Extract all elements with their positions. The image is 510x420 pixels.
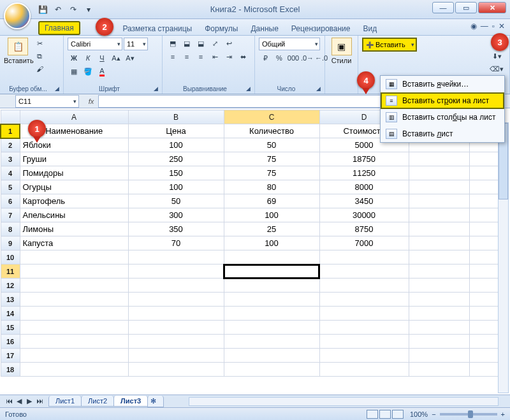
cell[interactable]: 100	[128, 180, 224, 194]
merge-icon[interactable]: ⬌	[237, 51, 249, 62]
cell[interactable]: Лимоны	[20, 222, 128, 236]
redo-icon[interactable]: ↷	[66, 3, 80, 17]
fx-icon[interactable]: fx	[84, 98, 98, 105]
cell[interactable]	[224, 363, 319, 377]
row-header[interactable]: 7	[1, 208, 20, 222]
undo-icon[interactable]: ↶	[51, 3, 65, 17]
cell[interactable]	[469, 293, 498, 307]
cell[interactable]: Капуста	[20, 236, 128, 250]
cell[interactable]	[469, 180, 498, 194]
cut-icon[interactable]: ✂	[33, 38, 46, 49]
close-workbook-icon[interactable]: ✕	[499, 22, 505, 31]
row-header[interactable]: 5	[1, 180, 20, 194]
zoom-slider[interactable]	[440, 413, 497, 416]
cell[interactable]	[409, 321, 469, 335]
cell[interactable]	[469, 208, 498, 222]
cell[interactable]	[469, 166, 498, 180]
tab-page-layout[interactable]: Разметка страницы	[116, 22, 198, 35]
comma-icon[interactable]: 000	[287, 52, 300, 64]
font-color-icon[interactable]: A	[96, 66, 108, 77]
cell[interactable]: 150	[128, 166, 224, 180]
inc-decimal-icon[interactable]: .0→	[301, 52, 314, 64]
cell[interactable]: 30000	[319, 208, 409, 222]
cell[interactable]	[20, 307, 128, 321]
cell[interactable]	[319, 307, 409, 321]
cell[interactable]	[409, 363, 469, 377]
cell[interactable]: 100	[224, 236, 319, 250]
cell[interactable]	[409, 250, 469, 264]
italic-button[interactable]: К	[82, 52, 94, 64]
cell[interactable]	[409, 264, 469, 279]
row-header-1[interactable]: 1	[1, 124, 20, 138]
row-header[interactable]: 16	[1, 335, 20, 349]
cell[interactable]: Груши	[20, 152, 128, 166]
number-format-combo[interactable]: Общий	[259, 38, 320, 50]
cell[interactable]: 8000	[319, 180, 409, 194]
vertical-scrollbar[interactable]	[498, 122, 509, 393]
cell[interactable]	[128, 250, 224, 264]
cell[interactable]: 18750	[319, 152, 409, 166]
cell[interactable]	[469, 194, 498, 208]
bold-button[interactable]: Ж	[68, 52, 80, 64]
cell[interactable]	[409, 208, 469, 222]
cell[interactable]: 7000	[319, 236, 409, 250]
cell[interactable]	[409, 236, 469, 250]
tab-view[interactable]: Вид	[357, 22, 384, 35]
cell[interactable]	[319, 293, 409, 307]
cell[interactable]	[224, 307, 319, 321]
cell[interactable]	[409, 349, 469, 363]
cell[interactable]	[224, 335, 319, 349]
tab-home[interactable]: Главная	[38, 21, 80, 35]
row-header[interactable]: 6	[1, 194, 20, 208]
col-header-B[interactable]: B	[128, 110, 224, 124]
cell[interactable]	[469, 236, 498, 250]
cell[interactable]	[409, 166, 469, 180]
align-top-icon[interactable]: ⬒	[166, 38, 179, 49]
cell[interactable]: 80	[224, 180, 319, 194]
sheet-nav-prev-icon[interactable]: ◀	[14, 397, 24, 405]
cell[interactable]	[128, 264, 224, 279]
cell[interactable]	[409, 335, 469, 349]
insert-cells-item[interactable]: ▦ Вставить ячейки…	[381, 76, 504, 92]
new-sheet-button[interactable]: ✻	[147, 396, 164, 407]
cell[interactable]	[20, 349, 128, 363]
zoom-out-icon[interactable]: −	[432, 410, 435, 418]
cell[interactable]	[469, 349, 498, 363]
min-ribbon-icon[interactable]: —	[481, 22, 488, 31]
cell[interactable]: 25	[224, 222, 319, 236]
cell[interactable]	[409, 307, 469, 321]
cell[interactable]	[224, 250, 319, 264]
save-icon[interactable]: 💾	[36, 3, 50, 17]
align-bottom-icon[interactable]: ⬓	[194, 38, 207, 49]
cell[interactable]	[20, 321, 128, 335]
align-launcher-icon[interactable]: ◢	[244, 85, 251, 92]
percent-icon[interactable]: %	[273, 52, 286, 64]
row-header[interactable]: 9	[1, 236, 20, 250]
cell[interactable]: Цена	[128, 124, 224, 138]
decrease-indent-icon[interactable]: ⇤	[208, 51, 221, 62]
orientation-icon[interactable]: ⤢	[208, 38, 221, 49]
cell[interactable]	[224, 264, 319, 279]
cell[interactable]: Картофель	[20, 194, 128, 208]
cell[interactable]	[128, 279, 224, 293]
increase-indent-icon[interactable]: ⇥	[222, 51, 235, 62]
row-header[interactable]: 10	[1, 250, 20, 264]
cell[interactable]: 100	[224, 208, 319, 222]
cell[interactable]: 69	[224, 194, 319, 208]
cell[interactable]	[224, 293, 319, 307]
cell[interactable]: 250	[128, 152, 224, 166]
cell[interactable]: 100	[128, 138, 224, 152]
cell[interactable]	[128, 349, 224, 363]
format-painter-icon[interactable]: 🖌	[33, 63, 46, 75]
align-left-icon[interactable]: ≡	[166, 51, 179, 62]
row-header[interactable]: 4	[1, 166, 20, 180]
sheet-tab-3[interactable]: Лист3	[113, 396, 148, 407]
office-button[interactable]	[4, 3, 31, 29]
row-header[interactable]: 2	[1, 138, 20, 152]
minimize-button[interactable]: —	[432, 2, 454, 13]
cell[interactable]	[20, 250, 128, 264]
grow-font-icon[interactable]: A▴	[110, 52, 122, 64]
cell[interactable]: 8750	[319, 222, 409, 236]
insert-cells-button[interactable]: ➕ Вставить	[362, 38, 417, 52]
cell[interactable]	[469, 321, 498, 335]
